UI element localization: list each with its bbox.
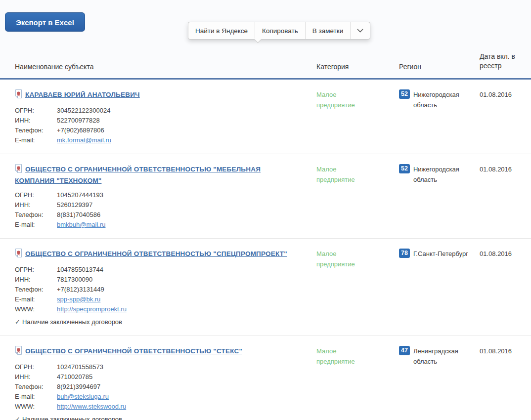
column-header-region: Регион (399, 63, 480, 71)
field-phone: Телефон: +7(902)6897806 (15, 126, 316, 135)
export-to-excel-button[interactable]: Экспорт в Excel (5, 12, 85, 32)
field-value-inn: 7817300090 (57, 275, 316, 285)
field-label-inn: ИНН: (15, 275, 57, 285)
field-email: E-mail: mk.format@mail.ru (15, 135, 316, 145)
subject-fields: ОГРН: 1045207444193 ИНН: 5260129397 Теле… (15, 190, 316, 230)
category-label: Малое предприятие (316, 249, 363, 269)
registry-date: 01.08.2016 (480, 164, 531, 174)
table-row: ОБЩЕСТВО С ОГРАНИЧЕННОЙ ОТВЕТСТВЕННОСТЬЮ… (0, 336, 531, 420)
subject-cell: ОБЩЕСТВО С ОГРАНИЧЕННОЙ ОТВЕТСТВЕННОСТЬЮ… (15, 164, 316, 230)
field-value-inn: 5260129397 (57, 200, 316, 210)
field-value-inn: 522700977828 (57, 116, 316, 126)
contracts-note: ✓Наличие заключенных договоров (15, 415, 316, 420)
field-ogrn: ОГРН: 304522122300024 (15, 106, 316, 116)
subject-name-link[interactable]: ОБЩЕСТВО С ОГРАНИЧЕННОЙ ОТВЕТСТВЕННОСТЬЮ… (25, 250, 287, 257)
field-label-email: E-mail: (15, 294, 57, 304)
table-header-band: Экспорт в Excel Найти в Яндексе Копирова… (0, 0, 531, 80)
field-value-ogrn: 1024701558573 (57, 362, 316, 372)
category-label: Малое предприятие (316, 346, 363, 367)
field-ogrn: ОГРН: 1045207444193 (15, 190, 316, 200)
check-icon: ✓ (15, 318, 20, 326)
website-link[interactable]: http://www.stekswood.ru (57, 403, 126, 410)
field-label-ogrn: ОГРН: (15, 106, 57, 116)
field-value-ogrn: 1045207444193 (57, 190, 316, 200)
field-label-email: E-mail: (15, 135, 57, 145)
field-label-www: WWW: (15, 402, 57, 412)
subject-cell: КАРАВАЕВ ЮРИЙ АНАТОЛЬЕВИЧ ОГРН: 30452212… (15, 89, 316, 145)
subject-title-line: ОБЩЕСТВО С ОГРАНИЧЕННОЙ ОТВЕТСТВЕННОСТЬЮ… (15, 164, 299, 186)
column-header-name: Наименование субъекта (15, 63, 316, 71)
chevron-down-icon (357, 29, 363, 33)
field-inn: ИНН: 522700977828 (15, 116, 316, 126)
field-phone: Телефон: 8(921)3994697 (15, 382, 316, 392)
email-link[interactable]: buh@steksluga.ru (57, 393, 109, 400)
subject-fields: ОГРН: 1024701558573 ИНН: 4710020785 Теле… (15, 362, 316, 420)
region-code-badge: 78 (399, 249, 410, 258)
field-inn: ИНН: 5260129397 (15, 200, 316, 210)
field-ogrn: ОГРН: 1047855013744 (15, 265, 316, 275)
field-value-phone: 8(921)3994697 (57, 382, 316, 392)
field-label-email: E-mail: (15, 392, 57, 402)
field-label-ogrn: ОГРН: (15, 265, 57, 275)
category-cell: Малое предприятие (316, 164, 399, 185)
field-value-phone: 8(831)7040586 (57, 210, 316, 220)
menu-item-notes[interactable]: В заметки (305, 22, 350, 39)
column-header-category: Категория (316, 63, 399, 71)
email-link[interactable]: spp-spp@bk.ru (57, 295, 100, 303)
table-body: КАРАВАЕВ ЮРИЙ АНАТОЛЬЕВИЧ ОГРН: 30452212… (0, 80, 531, 420)
registry-date: 01.08.2016 (480, 249, 531, 259)
subject-cell: ОБЩЕСТВО С ОГРАНИЧЕННОЙ ОТВЕТСТВЕННОСТЬЮ… (15, 249, 316, 327)
subject-title-line: КАРАВАЕВ ЮРИЙ АНАТОЛЬЕВИЧ (15, 89, 299, 101)
region-code-badge: 52 (399, 89, 410, 99)
field-email: E-mail: spp-spp@bk.ru (15, 294, 316, 304)
email-link[interactable]: mk.format@mail.ru (57, 136, 111, 144)
field-label-ogrn: ОГРН: (15, 362, 57, 372)
field-ogrn: ОГРН: 1024701558573 (15, 362, 316, 372)
region-code-badge: 47 (399, 346, 410, 355)
field-www: WWW: http://www.stekswood.ru (15, 402, 316, 412)
table-header-row: Наименование субъекта Категория Регион Д… (0, 52, 531, 78)
field-label-inn: ИНН: (15, 372, 57, 382)
category-label: Малое предприятие (316, 89, 363, 110)
category-label: Малое предприятие (316, 164, 363, 185)
subject-name-link[interactable]: КАРАВАЕВ ЮРИЙ АНАТОЛЬЕВИЧ (25, 91, 140, 98)
subject-title-line: ОБЩЕСТВО С ОГРАНИЧЕННОЙ ОТВЕТСТВЕННОСТЬЮ… (15, 249, 299, 260)
field-label-phone: Телефон: (15, 285, 57, 294)
category-cell: Малое предприятие (316, 249, 399, 269)
field-email: E-mail: bmkbuh@mail.ru (15, 220, 316, 230)
registry-date: 01.08.2016 (480, 89, 531, 100)
field-phone: Телефон: 8(831)7040586 (15, 210, 316, 220)
field-label-email: E-mail: (15, 220, 57, 230)
field-label-ogrn: ОГРН: (15, 190, 57, 200)
registry-date: 01.08.2016 (480, 346, 531, 356)
field-email: E-mail: buh@steksluga.ru (15, 392, 316, 402)
menu-item-copy[interactable]: Копировать (255, 22, 305, 39)
field-www: WWW: http://specpromproekt.ru (15, 304, 316, 314)
subject-cell: ОБЩЕСТВО С ОГРАНИЧЕННОЙ ОТВЕТСТВЕННОСТЬЮ… (15, 346, 316, 420)
subject-title-line: ОБЩЕСТВО С ОГРАНИЧЕННОЙ ОТВЕТСТВЕННОСТЬЮ… (15, 346, 299, 358)
field-label-www: WWW: (15, 304, 57, 314)
subject-name-link[interactable]: ОБЩЕСТВО С ОГРАНИЧЕННОЙ ОТВЕТСТВЕННОСТЬЮ… (25, 347, 242, 355)
field-value-ogrn: 1047855013744 (57, 265, 316, 275)
document-icon (15, 346, 22, 358)
field-value-inn: 4710020785 (57, 372, 316, 382)
region-cell: 78 Г.Санкт-Петербург (399, 249, 480, 259)
field-value-phone: +7(812)3131449 (57, 285, 316, 294)
region-name: Г.Санкт-Петербург (413, 249, 472, 259)
subject-name-link[interactable]: ОБЩЕСТВО С ОГРАНИЧЕННОЙ ОТВЕТСТВЕННОСТЬЮ… (15, 166, 261, 184)
subject-fields: ОГРН: 1047855013744 ИНН: 7817300090 Теле… (15, 265, 316, 327)
check-icon: ✓ (15, 416, 20, 420)
region-cell: 52 Нижегородская область (399, 164, 480, 185)
menu-item-find-in-yandex[interactable]: Найти в Яндексе (188, 22, 255, 39)
region-name: Нижегородская область (413, 164, 472, 185)
field-label-phone: Телефон: (15, 126, 57, 135)
field-label-inn: ИНН: (15, 200, 57, 210)
menu-more-button[interactable] (350, 22, 370, 39)
selection-context-menu: Найти в Яндексе Копировать В заметки (188, 22, 370, 40)
email-link[interactable]: bmkbuh@mail.ru (57, 221, 105, 228)
field-phone: Телефон: +7(812)3131449 (15, 285, 316, 294)
document-icon (15, 89, 22, 101)
document-icon (15, 249, 22, 260)
website-link[interactable]: http://specpromproekt.ru (57, 305, 127, 313)
field-label-phone: Телефон: (15, 382, 57, 392)
